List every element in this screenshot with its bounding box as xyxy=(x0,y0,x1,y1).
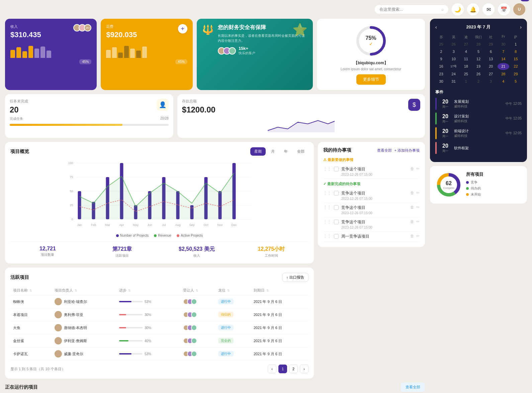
notification-button[interactable]: 🔔 xyxy=(467,3,479,15)
calendar-button[interactable]: 📅 xyxy=(498,3,510,15)
cal-day-14[interactable]: 14 xyxy=(498,56,509,62)
cal-day-5b[interactable]: 5 xyxy=(510,78,522,85)
edit-btn-3[interactable]: ✏ xyxy=(416,205,420,210)
expense-percent: 45% xyxy=(175,59,187,64)
cal-header-th: 社 xyxy=(485,34,497,40)
delete-btn-5[interactable]: 🗑 xyxy=(410,234,414,238)
checkbox-3[interactable] xyxy=(334,205,339,210)
event-3-color xyxy=(435,127,437,139)
cal-prev-button[interactable]: ‹ xyxy=(435,24,437,30)
edit-btn-2[interactable]: ✏ xyxy=(416,190,420,195)
cal-day-9[interactable]: 9 xyxy=(435,56,447,62)
event-1: 20 周一 发展规划 威特科技 中午 12:05 xyxy=(435,98,522,110)
legend-1-text: 竞争 xyxy=(471,180,477,185)
mail-button[interactable]: ✉ xyxy=(482,3,495,15)
calendar-grid: 苏 莫 途 我们 社 Fr 萨 25 26 27 28 29 30 1 2 3 … xyxy=(435,34,522,85)
security-detail-button[interactable]: 更多细节 xyxy=(356,74,386,85)
cal-day-22[interactable]: 22 xyxy=(510,63,522,70)
todo-view-all[interactable]: 查看全部 xyxy=(377,148,392,153)
progress-bar-3 xyxy=(119,340,143,341)
cal-day-2[interactable]: 2 xyxy=(435,48,447,55)
user-avatar[interactable]: U xyxy=(513,3,525,15)
cal-day-26b[interactable]: 26 xyxy=(472,71,484,77)
cell-manager-2: 唐纳德·本杰明 xyxy=(52,321,116,334)
todo-date-1: 2023-12-26 07:15:00 xyxy=(341,173,408,176)
cal-day-3[interactable]: 3 xyxy=(448,48,459,55)
delete-btn-2[interactable]: 🗑 xyxy=(410,190,414,195)
cal-day-1[interactable]: 1 xyxy=(510,41,522,48)
cal-day-31[interactable]: 31 xyxy=(448,78,459,85)
delete-btn-1[interactable]: 🗑 xyxy=(410,166,414,171)
expense-add-button[interactable]: + xyxy=(178,24,187,33)
cal-header-su: 苏 xyxy=(435,34,447,40)
chart-container: 100 75 50 25 0 xyxy=(10,160,308,231)
cal-day-27[interactable]: 27 xyxy=(460,41,472,48)
cal-day-17[interactable]: 17号 xyxy=(448,63,459,70)
cal-day-27b[interactable]: 27 xyxy=(485,71,497,77)
page-2-button[interactable]: 2 xyxy=(289,365,298,373)
prev-page-button[interactable]: ‹ xyxy=(268,365,276,373)
checkbox-5[interactable] xyxy=(334,234,339,239)
export-button[interactable]: ↑ 出口报告 xyxy=(282,273,309,282)
search-input[interactable] xyxy=(379,7,439,12)
tab-week[interactable]: 星期 xyxy=(250,147,266,156)
cal-day-30b[interactable]: 30 xyxy=(435,78,447,85)
checkbox-4[interactable] xyxy=(334,220,339,224)
cal-header-we: 我们 xyxy=(472,34,484,40)
cal-day-13[interactable]: 13 xyxy=(485,56,497,62)
edit-btn-1[interactable]: ✏ xyxy=(416,166,420,171)
cell-progress-2: 30% xyxy=(116,321,180,334)
cal-day-4[interactable]: 4 xyxy=(460,48,472,55)
cal-day-3b[interactable]: 3 xyxy=(485,78,497,85)
cal-day-29[interactable]: 29 xyxy=(485,41,497,48)
tab-month[interactable]: 月 xyxy=(267,147,279,156)
savings-label: 存款总额 xyxy=(182,99,215,104)
task-progress-fill xyxy=(10,124,122,126)
cal-day-20[interactable]: 20 xyxy=(485,63,497,70)
cal-day-26[interactable]: 26 xyxy=(448,41,459,48)
cal-day-18[interactable]: 18 xyxy=(460,63,472,70)
cal-day-24[interactable]: 24 xyxy=(448,71,459,77)
svg-text:Feb: Feb xyxy=(91,223,96,227)
search-box[interactable]: ⌕ xyxy=(375,5,448,14)
edit-btn-4[interactable]: ✏ xyxy=(416,219,420,224)
cal-day-5[interactable]: 5 xyxy=(472,48,484,55)
tab-year[interactable]: 年 xyxy=(280,147,292,156)
tab-all[interactable]: 全部 xyxy=(293,147,308,156)
cal-next-button[interactable]: › xyxy=(520,24,522,30)
cal-day-15[interactable]: 15 xyxy=(510,56,522,62)
theme-toggle-button[interactable]: 🌙 xyxy=(452,3,464,15)
cal-day-11[interactable]: 11 xyxy=(460,56,472,62)
cal-day-19[interactable]: 19 xyxy=(472,63,484,70)
cal-day-23[interactable]: 23 xyxy=(435,71,447,77)
cal-day-29b[interactable]: 29 xyxy=(510,71,522,77)
cal-day-6[interactable]: 6 xyxy=(485,48,497,55)
customer-label: 快乐的客户 xyxy=(239,51,255,56)
checkbox-2[interactable] xyxy=(334,191,339,195)
legend-label-projects: Number of Projects xyxy=(120,234,149,237)
delete-btn-3[interactable]: 🗑 xyxy=(410,205,414,210)
cal-day-1b[interactable]: 1 xyxy=(460,78,472,85)
todo-item-actions-2: 🗑 ✏ xyxy=(410,190,420,195)
edit-btn-5[interactable]: ✏ xyxy=(416,234,420,238)
cal-day-16[interactable]: 16 xyxy=(435,63,447,70)
cal-day-28b[interactable]: 28 xyxy=(498,71,509,77)
bar-6 xyxy=(40,47,45,58)
page-1-button[interactable]: 1 xyxy=(278,365,287,373)
checkbox-1[interactable] xyxy=(334,167,339,171)
cal-day-21-today[interactable]: 21 xyxy=(498,63,509,70)
cal-day-25[interactable]: 25 xyxy=(435,41,447,48)
delete-btn-4[interactable]: 🗑 xyxy=(410,219,414,224)
cal-day-10[interactable]: 10 xyxy=(448,56,459,62)
cal-day-28[interactable]: 28 xyxy=(472,41,484,48)
next-page-button[interactable]: › xyxy=(300,365,308,373)
cal-day-7[interactable]: 7 xyxy=(498,48,509,55)
cal-day-2b[interactable]: 2 xyxy=(472,78,484,85)
cal-day-4b[interactable]: 4 xyxy=(498,78,509,85)
todo-add-button[interactable]: + 添加待办事项 xyxy=(394,148,420,153)
cal-day-25b[interactable]: 25 xyxy=(460,71,472,77)
cal-day-30[interactable]: 30 xyxy=(498,41,509,48)
view-all-button[interactable]: 查看全部 xyxy=(401,383,425,392)
cal-day-8[interactable]: 8 xyxy=(510,48,522,55)
cal-day-12[interactable]: 12 xyxy=(472,56,484,62)
